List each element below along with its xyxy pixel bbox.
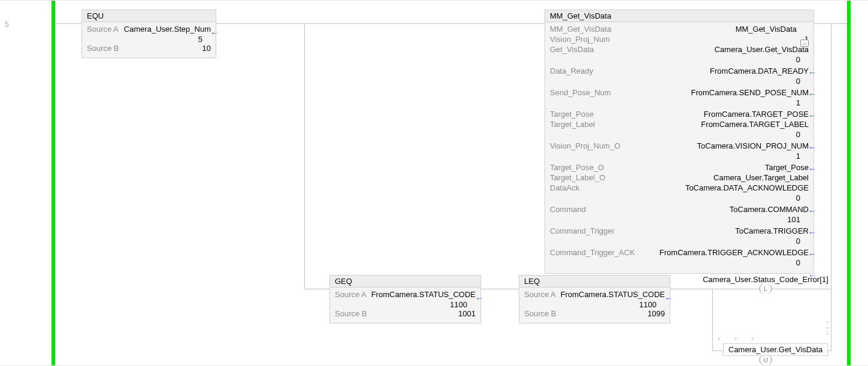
mm-param-row: DataAckToCamera.DATA_ACKNOWLEDGE — [550, 183, 809, 193]
wire — [712, 289, 713, 351]
equ-srcB-label: Source B — [87, 44, 119, 53]
mm-param-row: Command_TriggerToCamera.TRIGGER — [550, 226, 809, 237]
wire — [304, 289, 329, 289]
equ-srcA-label: Source A — [87, 25, 119, 34]
equ-srcA-sub: 5 — [87, 35, 211, 44]
coil-u-mark: U — [760, 355, 771, 366]
feedback-arrow-icon: ← — [210, 29, 219, 37]
leq-srcB-label: Source B — [524, 309, 556, 318]
branch-marker: ˅˅˅ — [825, 322, 830, 340]
mm-param-label: Command_Trigger — [550, 226, 615, 235]
wire — [772, 289, 831, 289]
wire — [831, 23, 847, 24]
feedback-arrow-icon: ← — [808, 111, 816, 120]
wire — [216, 23, 304, 24]
mm-param-value[interactable]: FromCamera.TARGET_POSE — [704, 110, 809, 119]
leq-srcA-sub: 1100 — [524, 300, 665, 309]
mm-param-row: Vision_Proj_Num1 — [550, 35, 809, 45]
mm-param-row: CommandToCamera.COMMAND — [550, 205, 809, 215]
geq-block[interactable]: GEQ Source AFromCamera.STATUS_CODE 1100 … — [329, 275, 481, 323]
leq-block[interactable]: LEQ Source AFromCamera.STATUS_CODE 1100 … — [519, 275, 670, 323]
mm-title: MM_Get_VisData — [545, 10, 813, 22]
mm-param-row: Data_ReadyFromCamera.DATA_READY — [550, 66, 809, 77]
geq-title: GEQ — [330, 276, 480, 288]
ladder-canvas: 5 › › › ˅˅˅ EQU Source ACamera_User.Step… — [0, 0, 868, 366]
mm-param-label: Command — [550, 205, 586, 214]
mm-param-label: Target_Label_O — [550, 173, 606, 182]
mm-param-value[interactable]: FromCamera.TRIGGER_ACKNOWLEDGE — [660, 248, 809, 257]
mm-param-label: MM_Get_VisData — [550, 25, 611, 34]
feedback-arrow-icon: ← — [808, 207, 816, 215]
mm-param-row: Target_LabelFromCamera.TARGET_LABEL — [550, 120, 809, 130]
wire — [304, 23, 305, 289]
feedback-arrow-icon: ← — [475, 294, 483, 303]
mm-param-sub: 101 — [550, 215, 809, 224]
equ-block[interactable]: EQU Source ACamera_User.Step_Num 5 Sourc… — [81, 10, 216, 58]
latch-coil[interactable]: L — [759, 283, 772, 294]
feedback-arrow-icon: ← — [808, 90, 816, 98]
mm-param-sub: 1 — [550, 152, 809, 161]
feedback-arrow-icon: ← — [664, 294, 673, 303]
mm-param-row: Vision_Proj_Num_OToCamera.VISION_PROJ_NU… — [550, 141, 809, 152]
feedback-arrow-icon: ← — [808, 250, 816, 258]
wire — [481, 289, 519, 289]
coil-l-mark: L — [760, 284, 771, 295]
browse-link-icon[interactable] — [800, 40, 809, 47]
coil-u-tag[interactable]: Camera_User.Get_VisData — [723, 343, 828, 356]
geq-srcA-label: Source A — [335, 290, 367, 299]
leq-srcB-value[interactable]: 1099 — [648, 309, 665, 318]
geq-srcB-value[interactable]: 1001 — [458, 309, 476, 318]
mm-param-value[interactable]: FromCamera.DATA_READY — [710, 66, 809, 75]
mm-param-value[interactable]: FromCamera.TARGET_LABEL — [701, 120, 809, 129]
mm-param-sub: 0 — [550, 193, 809, 202]
wire — [55, 23, 81, 24]
mm-param-value[interactable]: Target_Pose — [765, 163, 809, 172]
mm-param-sub: 0 — [550, 55, 809, 64]
mm-param-row: Target_Label_OCamera_User.Target_Label — [550, 173, 809, 183]
leq-srcA-label: Source A — [524, 290, 556, 299]
mm-param-row: Command_Trigger_ACKFromCamera.TRIGGER_AC… — [550, 248, 809, 258]
mm-param-row: Target_Pose_OTarget_Pose — [550, 163, 809, 173]
mm-param-sub: 0 — [550, 77, 809, 86]
right-power-rail — [847, 1, 851, 365]
mm-param-value[interactable]: Camera_User.Target_Label — [713, 173, 809, 182]
geq-srcA-sub: 1100 — [335, 300, 476, 309]
wire — [304, 23, 545, 24]
equ-srcA-value[interactable]: Camera_User.Step_Num — [124, 25, 211, 34]
wire — [831, 23, 831, 351]
mm-param-label: Target_Pose_O — [550, 163, 604, 172]
feedback-arrow-icon: ← — [808, 68, 816, 77]
mm-param-value[interactable]: Camera_User.Get_VisData — [715, 45, 809, 54]
mm-param-label: DataAck — [550, 183, 579, 192]
mm-param-value[interactable]: ToCamera.VISION_PROJ_NUM — [697, 141, 809, 150]
mm-param-value[interactable]: FromCamera.SEND_POSE_NUM — [691, 88, 809, 97]
mm-get-visdata-block[interactable]: MM_Get_VisData MM_Get_VisDataMM_Get_VisD… — [545, 10, 814, 274]
mm-param-value[interactable]: MM_Get_VisData — [736, 25, 809, 34]
left-power-rail — [52, 1, 55, 365]
feedback-arrow-icon: ← — [808, 271, 816, 280]
geq-srcA-value[interactable]: FromCamera.STATUS_CODE — [371, 290, 476, 299]
mm-param-row: Target_PoseFromCamera.TARGET_POSE — [550, 110, 809, 120]
mm-param-label: Vision_Proj_Num — [550, 35, 610, 44]
mm-param-label: Data_Ready — [550, 66, 593, 75]
feedback-arrow-icon: ← — [808, 165, 816, 173]
wire — [814, 23, 831, 24]
mm-param-label: Target_Label — [550, 120, 595, 129]
wire — [712, 289, 759, 289]
mm-param-label: Send_Pose_Num — [550, 88, 611, 97]
mm-param-label: Get_VisData — [550, 45, 594, 54]
leq-srcA-value[interactable]: FromCamera.STATUS_CODE — [561, 290, 665, 299]
feedback-arrow-icon: ← — [808, 228, 816, 237]
mm-param-sub: 1 — [550, 98, 809, 107]
mm-param-value[interactable]: ToCamera.COMMAND — [730, 205, 809, 214]
equ-srcB-value[interactable]: 10 — [202, 44, 211, 53]
mm-param-row: Get_VisDataCamera_User.Get_VisData — [550, 45, 809, 55]
mm-param-value[interactable]: ToCamera.DATA_ACKNOWLEDGE — [685, 183, 809, 192]
mm-param-value[interactable]: ToCamera.TRIGGER — [735, 226, 809, 235]
feedback-arrow-icon: ← — [808, 143, 816, 152]
wire — [670, 289, 712, 289]
branch-marker: › › › — [718, 334, 760, 343]
mm-param-label: Command_Trigger_ACK — [550, 248, 635, 257]
unlatch-coil[interactable]: U — [759, 355, 772, 365]
rung-number: 5 — [5, 20, 9, 29]
